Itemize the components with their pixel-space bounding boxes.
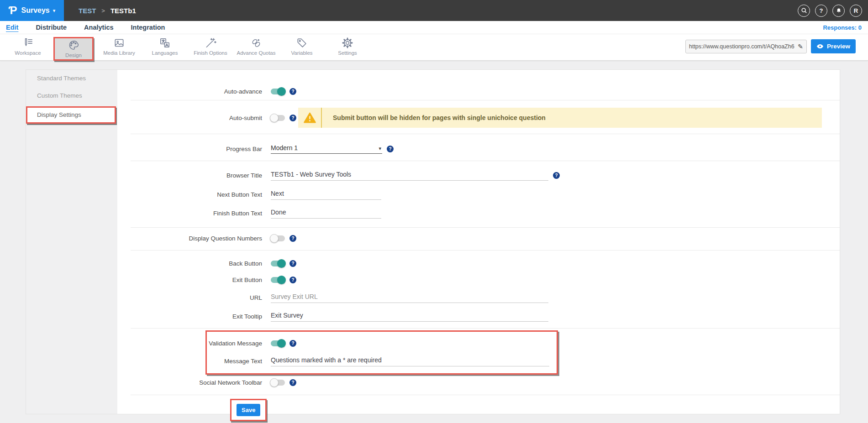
help-icon[interactable]: ? [289, 379, 296, 386]
breadcrumb-separator-icon: > [101, 7, 105, 14]
sidebar-item-display-settings[interactable]: Display Settings [26, 106, 116, 124]
next-button-text-row: Next Button Text [117, 188, 840, 201]
auto-advance-row: Auto-advance ? [117, 70, 840, 95]
exit-button-label: Exit Button [117, 277, 262, 283]
edit-url-icon[interactable]: ✎ [798, 43, 803, 50]
message-text-label: Message Text [207, 358, 262, 365]
user-avatar[interactable]: R [850, 5, 862, 17]
validation-message-label: Validation Message [207, 340, 262, 347]
search-button[interactable] [798, 5, 810, 17]
auto-submit-label: Auto-submit [117, 115, 262, 121]
languages-icon [159, 37, 171, 49]
toolbar-item-languages[interactable]: Languages [142, 37, 188, 59]
display-settings-form: Auto-advance ? Auto-submit ? [117, 70, 840, 414]
exit-tooltip-input[interactable] [271, 311, 548, 322]
next-button-text-input[interactable] [271, 189, 381, 200]
help-icon[interactable]: ? [289, 340, 296, 347]
finish-button-text-row: Finish Button Text [117, 206, 840, 220]
social-network-toolbar-row: Social Network Toolbar ? [117, 376, 840, 389]
display-question-numbers-toggle[interactable] [271, 235, 285, 241]
display-settings-card: Standard Themes Custom Themes Display Se… [26, 69, 840, 414]
auto-advance-label: Auto-advance [117, 88, 262, 95]
breadcrumb-folder[interactable]: TEST [79, 7, 96, 15]
toolbar-item-finish-options[interactable]: Finish Options [188, 37, 233, 59]
exit-tooltip-label: Exit Tooltip [117, 313, 262, 320]
warning-triangle-icon [304, 112, 316, 123]
tab-distribute[interactable]: Distribute [36, 24, 67, 31]
survey-nav-tabs: Edit Distribute Analytics Integration Re… [0, 21, 868, 34]
survey-url-box: ✎ [685, 40, 807, 53]
surveys-product-menu[interactable]: Ƥ Surveys ▾ [0, 0, 64, 21]
finish-button-text-label: Finish Button Text [117, 210, 262, 217]
exit-url-label: URL [117, 294, 262, 301]
progress-bar-select[interactable]: Modern 1 ▾ [271, 144, 382, 154]
social-network-toolbar-label: Social Network Toolbar [117, 379, 262, 386]
preview-label: Preview [827, 43, 850, 50]
save-button[interactable]: Save [237, 404, 260, 416]
tab-edit[interactable]: Edit [6, 24, 18, 31]
help-button[interactable]: ? [815, 5, 827, 17]
help-icon[interactable]: ? [289, 260, 296, 267]
progress-bar-row: Progress Bar Modern 1 ▾ ? [117, 141, 840, 157]
toolbar-item-advance-quotas[interactable]: Advance Quotas [233, 37, 279, 59]
toolbar-item-design[interactable]: Design [53, 37, 94, 61]
help-icon[interactable]: ? [289, 88, 296, 95]
notifications-button[interactable] [832, 5, 845, 17]
survey-url-input[interactable] [689, 43, 796, 50]
save-annotation-box: Save [230, 399, 267, 421]
display-question-numbers-label: Display Question Numbers [117, 235, 262, 242]
back-button-row: Back Button ? [117, 256, 840, 270]
browser-title-input[interactable] [271, 170, 548, 181]
product-menu-label: Surveys [21, 6, 49, 15]
exit-button-toggle[interactable] [271, 277, 285, 283]
design-icon [68, 39, 79, 51]
finish-button-text-input[interactable] [271, 208, 381, 219]
responses-count[interactable]: Responses: 0 [823, 24, 862, 31]
sidebar-item-custom-themes[interactable]: Custom Themes [26, 87, 117, 104]
auto-advance-toggle[interactable] [271, 89, 285, 94]
back-button-toggle[interactable] [271, 261, 285, 266]
advance-quotas-icon [250, 37, 262, 49]
help-icon[interactable]: ? [387, 146, 394, 152]
browser-title-label: Browser Title [117, 172, 262, 179]
exit-url-input[interactable] [271, 292, 548, 303]
chevron-down-icon: ▾ [379, 146, 381, 151]
avatar-initial: R [854, 7, 858, 14]
message-text-row: Message Text [207, 354, 557, 368]
browser-title-row: Browser Title ? [117, 168, 840, 182]
validation-annotation-box: Validation Message ? Message Text [205, 330, 558, 375]
settings-icon [342, 37, 353, 49]
help-icon[interactable]: ? [289, 115, 296, 121]
breadcrumb-survey-name: TESTb1 [110, 7, 136, 15]
toolbar-item-settings[interactable]: Settings [325, 37, 370, 59]
preview-button[interactable]: Preview [811, 39, 856, 53]
help-icon[interactable]: ? [289, 235, 296, 242]
social-network-toolbar-toggle[interactable] [271, 380, 285, 386]
workspace-icon [22, 37, 34, 49]
chevron-down-icon: ▾ [53, 8, 56, 14]
validation-message-toggle[interactable] [271, 340, 285, 346]
edit-toolbar: Workspace Design Media Library Languages… [0, 34, 868, 61]
tab-analytics[interactable]: Analytics [84, 24, 113, 31]
auto-submit-warning-banner: Submit button will be hidden for pages w… [298, 108, 822, 128]
tab-integration[interactable]: Integration [131, 24, 165, 31]
message-text-input[interactable] [271, 355, 549, 366]
toolbar-item-workspace[interactable]: Workspace [5, 37, 51, 59]
help-icon[interactable]: ? [553, 172, 560, 179]
auto-submit-toggle[interactable] [271, 115, 285, 121]
help-icon[interactable]: ? [289, 277, 296, 283]
auto-submit-row: Auto-submit ? Submit button will be hidd… [117, 108, 840, 128]
question-mark-icon: ? [820, 7, 823, 14]
back-button-label: Back Button [117, 260, 262, 267]
finish-options-icon [205, 37, 216, 49]
exit-url-row: URL [117, 291, 840, 304]
toolbar-item-media-library[interactable]: Media Library [96, 37, 142, 59]
breadcrumb: TEST > TESTb1 [79, 7, 136, 15]
sidebar-item-standard-themes[interactable]: Standard Themes [26, 70, 117, 87]
exit-button-row: Exit Button ? [117, 273, 840, 287]
variables-icon [296, 37, 308, 49]
top-header-bar: Ƥ Surveys ▾ TEST > TESTb1 ? R [0, 0, 868, 21]
search-icon [801, 7, 807, 14]
exit-tooltip-row: Exit Tooltip [117, 309, 840, 323]
toolbar-item-variables[interactable]: Variables [279, 37, 325, 59]
